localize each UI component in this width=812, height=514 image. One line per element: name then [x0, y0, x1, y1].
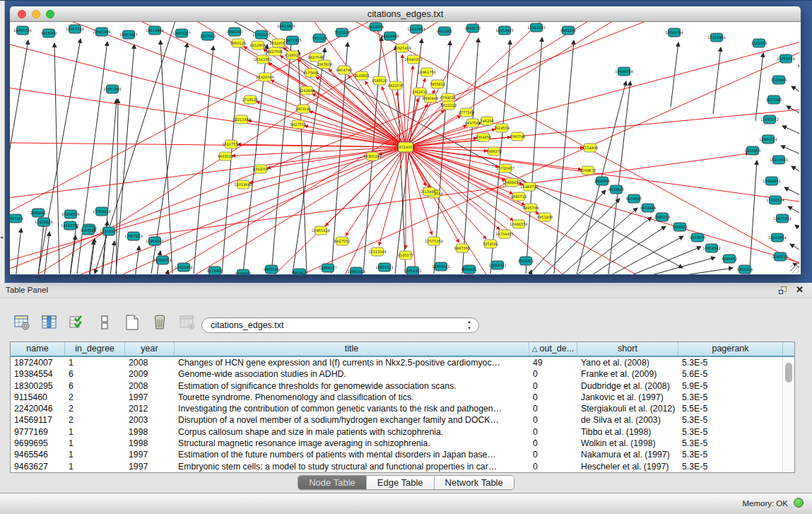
- close-panel-icon[interactable]: ✕: [796, 284, 804, 295]
- table-cell[interactable]: 19384554: [11, 368, 65, 380]
- table-cell[interactable]: 5.6E-5: [678, 368, 783, 380]
- table-cell[interactable]: 1: [65, 438, 125, 449]
- scrollbar-thumb[interactable]: [785, 363, 792, 382]
- column-header[interactable]: year: [125, 342, 175, 356]
- table-cell[interactable]: 1: [65, 357, 125, 368]
- table-row[interactable]: 911546021997Tourette syndrome. Phenomeno…: [11, 392, 794, 403]
- table-cell[interactable]: 9777169: [11, 426, 65, 438]
- row-height-button[interactable]: [95, 313, 114, 332]
- table-row[interactable]: 1872400712008Changes of HCN gene express…: [11, 357, 794, 368]
- table-cell[interactable]: Tibbo et al. (1998): [577, 426, 678, 438]
- table-row[interactable]: 946554611997Estimation of the future num…: [11, 449, 794, 460]
- table-cell[interactable]: Investigating the contribution of common…: [175, 403, 529, 414]
- table-cell[interactable]: Disruption of a novel member of a sodium…: [175, 414, 529, 426]
- table-cell[interactable]: 0: [529, 438, 577, 449]
- table-cell[interactable]: Corpus callosum shape and size in male p…: [175, 426, 529, 438]
- table-cell[interactable]: 1: [65, 461, 125, 472]
- table-cell[interactable]: Yano et al. (2008): [577, 357, 678, 368]
- table-cell[interactable]: 0: [529, 461, 577, 472]
- table-row[interactable]: 969969511998Structural magnetic resonanc…: [11, 438, 794, 449]
- table-row[interactable]: 946362711997Embryonic stem cells: a mode…: [11, 461, 794, 472]
- table-cell[interactable]: Estimation of significance thresholds fo…: [175, 380, 529, 392]
- table-cell[interactable]: Structural magnetic resonance image aver…: [175, 438, 529, 449]
- collapse-left-icon[interactable]: ◂: [0, 234, 3, 240]
- table-cell[interactable]: 5.3E-5: [678, 438, 783, 449]
- table-cell[interactable]: 2003: [125, 414, 175, 426]
- table-cell[interactable]: 2: [65, 414, 125, 426]
- select-rows-button[interactable]: [68, 313, 86, 332]
- column-header[interactable]: pagerank: [678, 342, 783, 356]
- select-column-button[interactable]: [40, 313, 59, 332]
- table-cell[interactable]: 0: [529, 380, 577, 392]
- panel-collapse-strip[interactable]: ◂: [0, 1, 5, 284]
- delete-rows-button[interactable]: [151, 313, 169, 332]
- table-row[interactable]: 977716911998Corpus callosum shape and si…: [11, 426, 794, 438]
- table-cell[interactable]: 0: [529, 426, 577, 438]
- table-row[interactable]: 1456911722003Disruption of a novel membe…: [11, 414, 794, 426]
- new-table-button[interactable]: [123, 313, 141, 332]
- table-cell[interactable]: 5.3E-5: [678, 461, 783, 472]
- dropdown-stepper-icon[interactable]: ▲ ▼: [467, 319, 471, 332]
- tab-network-table[interactable]: Network Table: [435, 476, 514, 489]
- table-cell[interactable]: Dudbridge et al. (2008): [577, 380, 678, 392]
- table-cell[interactable]: 2009: [125, 368, 175, 380]
- table-cell[interactable]: 9699695: [11, 438, 65, 449]
- table-cell[interactable]: 14569117: [11, 414, 65, 426]
- column-header[interactable]: short: [577, 342, 678, 356]
- table-selector-dropdown[interactable]: citations_edges.txt ▲ ▼: [201, 317, 479, 333]
- table-cell[interactable]: 5.3E-5: [678, 392, 783, 403]
- column-header[interactable]: in_degree: [65, 342, 125, 356]
- table-cell[interactable]: Tourette syndrome. Phenomenology and cla…: [175, 392, 529, 403]
- table-cell[interactable]: Wolkin et al. (1998): [577, 438, 678, 449]
- table-cell[interactable]: Embryonic stem cells: a model to study s…: [175, 461, 529, 472]
- column-header[interactable]: △out_de...: [529, 342, 577, 356]
- table-cell[interactable]: Changes of HCN gene expression and I(f) …: [175, 357, 529, 368]
- network-canvas[interactable]: 2405572494150091605731420691406108533271…: [10, 22, 801, 274]
- table-cell[interactable]: 2: [65, 403, 125, 414]
- table-cell[interactable]: de Silva et al. (2003): [577, 414, 678, 426]
- table-cell[interactable]: 0: [529, 392, 577, 403]
- network-window-titlebar[interactable]: citations_edges.txt: [10, 6, 801, 22]
- table-cell[interactable]: 2012: [125, 403, 175, 414]
- tab-node-table[interactable]: Node Table: [298, 476, 367, 489]
- table-cell[interactable]: 49: [529, 357, 577, 368]
- table-cell[interactable]: 22420046: [11, 403, 65, 414]
- table-cell[interactable]: 5.3E-5: [678, 414, 783, 426]
- tab-edge-table[interactable]: Edge Table: [367, 476, 435, 489]
- table-cell[interactable]: 1: [65, 426, 125, 438]
- table-cell[interactable]: 1997: [125, 449, 175, 460]
- table-cell[interactable]: Nakamura et al. (1997): [577, 449, 678, 460]
- table-cell[interactable]: 18300295: [11, 380, 65, 392]
- table-header-row[interactable]: namein_degreeyeartitle△out_de...shortpag…: [11, 342, 794, 357]
- table-cell[interactable]: 5.3E-5: [678, 426, 783, 438]
- table-cell[interactable]: 5.3E-5: [678, 449, 783, 460]
- table-cell[interactable]: 6: [65, 380, 125, 392]
- table-cell[interactable]: 9463627: [11, 461, 65, 472]
- table-cell[interactable]: 9465546: [11, 449, 65, 460]
- column-settings-button[interactable]: [13, 313, 31, 332]
- table-scrollbar[interactable]: [782, 357, 794, 472]
- table-cell[interactable]: 1997: [125, 461, 175, 472]
- table-row[interactable]: 2242004622012Investigating the contribut…: [11, 403, 794, 414]
- table-cell[interactable]: 0: [529, 414, 577, 426]
- table-cell[interactable]: Jankovic et al. (1997): [577, 392, 678, 403]
- table-body[interactable]: 1872400712008Changes of HCN gene express…: [11, 357, 794, 472]
- window-resize-grip[interactable]: [790, 264, 799, 273]
- table-row[interactable]: 1830029562008Estimation of significance …: [11, 380, 794, 392]
- table-cell[interactable]: 9115460: [11, 392, 65, 403]
- table-cell[interactable]: 0: [529, 449, 577, 460]
- network-svg[interactable]: 2405572494150091605731420691406108533271…: [10, 22, 799, 274]
- float-window-icon[interactable]: [778, 286, 788, 296]
- table-cell[interactable]: 2008: [125, 380, 175, 392]
- table-cell[interactable]: Franke et al. (2009): [577, 368, 678, 380]
- table-cell[interactable]: 1997: [125, 392, 175, 403]
- table-cell[interactable]: Genome-wide association studies in ADHD.: [175, 368, 529, 380]
- table-cell[interactable]: Stergiakouli et al. (2012): [577, 403, 678, 414]
- table-row[interactable]: 1938455462009Genome-wide association stu…: [11, 368, 794, 380]
- table-cell[interactable]: Hescheler et al. (1997): [577, 461, 678, 472]
- table-cell[interactable]: 2008: [125, 357, 175, 368]
- table-cell[interactable]: 0: [529, 403, 577, 414]
- table-cell[interactable]: 18724007: [11, 357, 65, 368]
- table-cell[interactable]: Estimation of the future numbers of pati…: [175, 449, 529, 460]
- table-cell[interactable]: 6: [65, 368, 125, 380]
